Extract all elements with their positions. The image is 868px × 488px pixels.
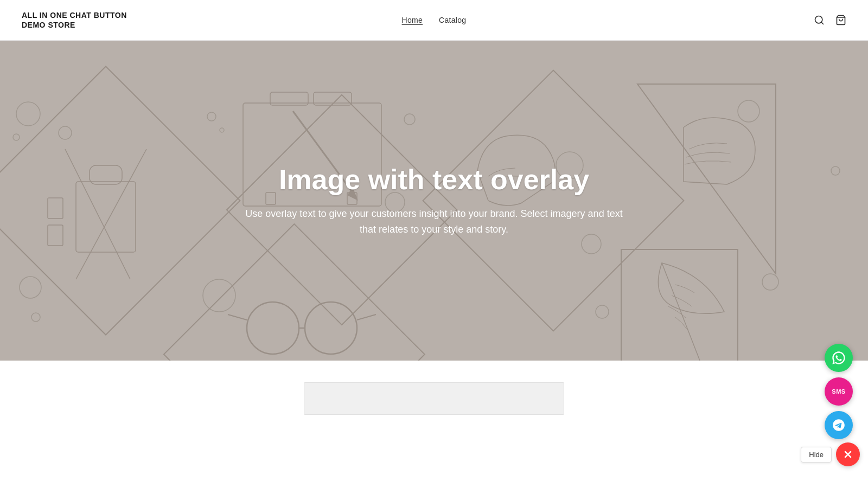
hero-section: Image with text overlay Use overlay text… xyxy=(0,41,868,361)
content-placeholder-bar xyxy=(304,382,564,415)
header-icons xyxy=(814,15,846,25)
hide-close-row: Hide xyxy=(801,442,860,447)
close-chat-button[interactable] xyxy=(836,442,860,447)
hero-content: Image with text overlay Use overlay text… xyxy=(231,164,637,237)
nav-home[interactable]: Home xyxy=(402,16,423,24)
hide-button[interactable]: Hide xyxy=(801,447,832,448)
cart-icon[interactable] xyxy=(835,15,846,25)
below-hero-section xyxy=(0,361,868,447)
nav-catalog[interactable]: Catalog xyxy=(439,16,466,24)
store-name-logo[interactable]: ALL IN ONE CHAT BUTTON DEMO STORE xyxy=(22,10,130,30)
chat-buttons-container: SMS xyxy=(825,344,853,439)
main-nav: Home Catalog xyxy=(402,16,467,24)
whatsapp-chat-button[interactable] xyxy=(825,344,853,372)
sms-chat-button[interactable]: SMS xyxy=(825,377,853,406)
site-header: ALL IN ONE CHAT BUTTON DEMO STORE Home C… xyxy=(0,0,868,41)
search-icon[interactable] xyxy=(814,15,825,25)
sms-label-text: SMS xyxy=(832,388,845,395)
svg-line-1 xyxy=(821,22,824,24)
telegram-chat-button[interactable] xyxy=(825,411,853,439)
hero-title: Image with text overlay xyxy=(241,164,627,195)
hero-subtitle: Use overlay text to give your customers … xyxy=(241,206,627,237)
